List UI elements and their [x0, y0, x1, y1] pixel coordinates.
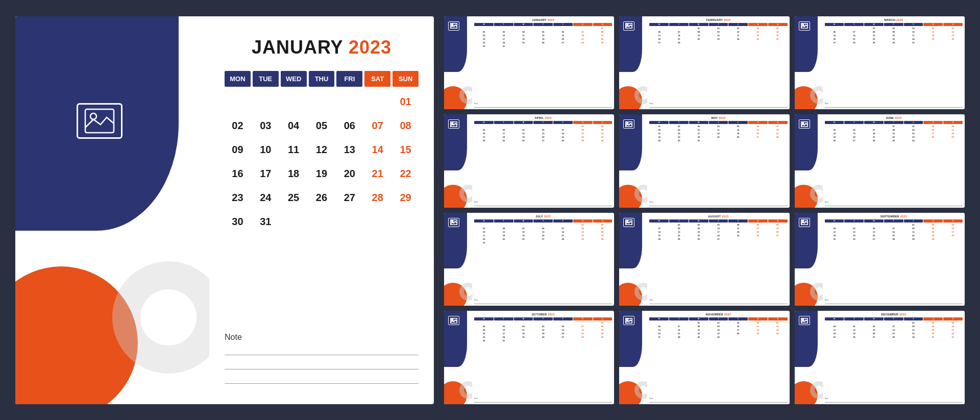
- thumb-cal-cell: 16: [923, 328, 943, 332]
- thumb-cal-cell: 08: [573, 128, 593, 132]
- thumb-day-header: S: [768, 219, 788, 223]
- thumb-right-panel: MARCH 2023MTWTFSS01020304050607080910111…: [823, 16, 965, 110]
- thumbnail-march: MARCH 2023MTWTFSS01020304050607080910111…: [795, 16, 965, 110]
- thumb-gray-arc: [634, 283, 647, 301]
- thumb-cal-cell: 26: [768, 332, 788, 335]
- thumb-cal-cell: 21: [669, 37, 689, 41]
- thumb-day-header: T: [669, 219, 689, 223]
- thumb-cal-cell: 03: [494, 30, 514, 34]
- large-cal-cell: 05: [309, 115, 335, 137]
- thumb-cal-cell: 23: [923, 234, 943, 237]
- thumb-cal-cell: [533, 321, 553, 325]
- thumb-cal-cell: 29: [649, 139, 669, 142]
- large-cal-cell: 31: [253, 211, 279, 233]
- thumb-cal-cell: 25: [494, 139, 514, 142]
- thumbnail-january: JANUARY 2023MTWTFSS010203040506070809101…: [444, 16, 614, 110]
- thumb-right-panel: MAY 2023MTWTFSS0102030405060708091011121…: [647, 114, 789, 208]
- thumb-cal-cell: [844, 27, 864, 30]
- thumb-cal-cell: 07: [884, 227, 904, 230]
- thumb-image-svg: [625, 23, 632, 29]
- thumb-day-header: T: [709, 219, 728, 223]
- thumb-cal-cell: 04: [923, 27, 943, 30]
- thumb-cal-cell: 28: [884, 335, 904, 339]
- note-line-3: [225, 375, 419, 384]
- thumb-cal-cell: 09: [593, 128, 612, 132]
- thumbnail-december: DECEMBER 2023MTWTFSS01020304050607080910…: [795, 311, 965, 404]
- svg-point-1: [90, 113, 96, 119]
- thumb-cal-cell: [474, 27, 494, 30]
- thumb-note-area: Note: [649, 103, 787, 108]
- thumb-cal-cell: 10: [943, 325, 963, 328]
- thumb-cal-cell: 02: [708, 27, 728, 30]
- thumb-cal-cell: [513, 125, 533, 128]
- thumb-cal-cell: [728, 335, 748, 339]
- thumb-cal-cell: 16: [903, 132, 923, 135]
- thumb-cal-cell: [768, 41, 788, 44]
- large-cal-cell: 27: [336, 187, 362, 209]
- thumb-cal-cell: 09: [708, 325, 728, 328]
- thumb-day-header: S: [573, 121, 593, 124]
- thumb-image-icon: [448, 119, 459, 129]
- thumbnail-november: NOVEMBER 2023MTWTFSS01020304050607080910…: [619, 311, 789, 404]
- thumb-cal-cell: 11: [728, 227, 748, 230]
- thumb-day-header: F: [553, 219, 573, 223]
- thumb-cal-cell: [593, 44, 612, 48]
- thumb-cal-cell: 24: [923, 135, 943, 139]
- thumb-note-area: Note: [474, 201, 612, 206]
- thumb-day-header: W: [864, 121, 884, 124]
- thumb-day-headers: MTWTFSS: [649, 219, 787, 223]
- thumb-image-svg: [801, 23, 808, 29]
- thumb-cal-grid: 0102030405060708091011121314151617181920…: [825, 125, 963, 143]
- thumb-day-header: S: [768, 121, 788, 124]
- thumb-cal-cell: 20: [825, 37, 845, 41]
- thumbnail-may: MAY 2023MTWTFSS0102030405060708091011121…: [619, 114, 789, 208]
- thumb-month-title: JULY 2023: [474, 215, 612, 218]
- thumb-cal-cell: 19: [513, 234, 533, 237]
- thumb-cal-cell: [553, 44, 573, 48]
- thumb-cal-cell: 21: [573, 332, 593, 335]
- thumb-cal-cell: 10: [494, 34, 514, 37]
- thumb-cal-cell: 04: [728, 223, 748, 227]
- large-image-placeholder-icon: [77, 103, 122, 139]
- thumb-cal-cell: 20: [768, 230, 788, 234]
- thumb-cal-cell: 10: [728, 30, 748, 34]
- thumb-day-header: T: [533, 23, 553, 26]
- thumb-cal-cell: 01: [669, 223, 689, 227]
- thumb-cal-cell: 06: [553, 30, 573, 34]
- thumb-cal-cell: 21: [553, 135, 573, 139]
- thumb-cal-cell: [844, 223, 864, 227]
- thumb-cal-grid: 0102030405060708091011121314151617181920…: [474, 223, 612, 244]
- thumb-gray-arc: [459, 185, 472, 203]
- thumb-cal-cell: 01: [903, 321, 923, 325]
- thumb-day-header: T: [709, 23, 728, 26]
- thumb-left-panel: [444, 213, 472, 306]
- large-cal-cell: 19: [309, 163, 335, 185]
- thumb-day-header: T: [844, 121, 864, 124]
- large-cal-cell: 01: [393, 91, 419, 113]
- large-month-title: JANUARY 2023: [225, 37, 419, 58]
- thumb-cal-cell: 19: [533, 37, 553, 41]
- thumb-cal-cell: 13: [844, 132, 864, 135]
- thumb-cal-cell: 31: [689, 139, 709, 142]
- thumb-cal-cell: 14: [864, 132, 884, 135]
- thumb-cal-cell: 22: [903, 234, 923, 237]
- thumb-cal-cell: 30: [708, 335, 728, 339]
- large-cal-cell: 08: [393, 115, 419, 137]
- thumb-cal-cell: [768, 237, 788, 241]
- thumb-cal-cell: 08: [593, 30, 612, 34]
- thumb-cal-cell: 17: [728, 34, 748, 37]
- thumb-cal-cell: 16: [689, 230, 709, 234]
- thumb-day-header: S: [593, 317, 612, 320]
- thumb-cal-cell: 02: [708, 321, 728, 325]
- thumb-cal-cell: 07: [553, 227, 573, 230]
- thumb-cal-cell: 25: [494, 237, 514, 241]
- thumb-day-header: S: [768, 23, 788, 26]
- thumb-cal-cell: 27: [533, 139, 553, 142]
- thumb-cal-cell: 26: [943, 37, 963, 41]
- large-cal-cell: 03: [253, 115, 279, 137]
- thumb-cal-cell: 19: [943, 34, 963, 37]
- thumb-cal-cell: 25: [943, 135, 963, 139]
- thumb-cal-cell: [533, 125, 553, 128]
- thumb-cal-cell: 02: [884, 27, 904, 30]
- thumb-day-header: W: [864, 23, 884, 26]
